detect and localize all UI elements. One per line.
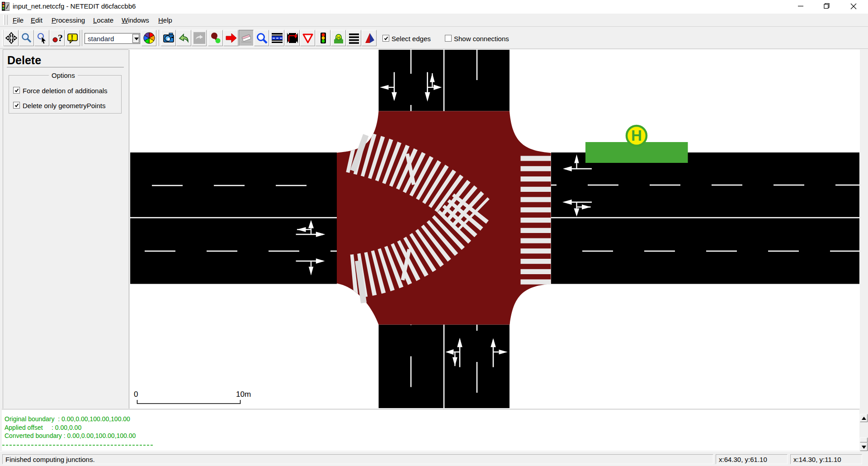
svg-text:?: ? (58, 32, 63, 43)
svg-text:0: 0 (134, 390, 138, 399)
svg-text:!: ! (71, 33, 73, 41)
svg-text:H: H (631, 127, 642, 144)
svg-text:H: H (337, 35, 340, 40)
svg-text:10m: 10m (236, 390, 251, 399)
